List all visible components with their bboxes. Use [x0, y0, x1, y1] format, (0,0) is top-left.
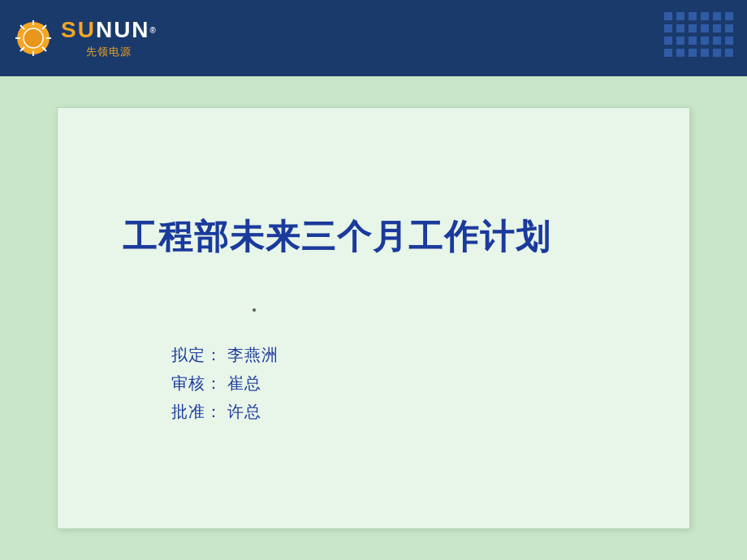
dot — [713, 24, 721, 32]
slide-card: 工程部未来三个月工作计划 拟定： 李燕洲 审核： 崔总 批准： 许总 — [57, 107, 690, 529]
header-decoration — [664, 12, 735, 58]
slide-dot-decoration — [253, 308, 256, 312]
dot — [676, 12, 684, 20]
dot — [676, 49, 684, 57]
header: SUNUN® 先领电源 — [0, 0, 747, 76]
author-line: 拟定： 李燕洲 — [171, 344, 624, 366]
dot — [725, 37, 733, 45]
dot — [713, 12, 721, 20]
dot — [725, 12, 733, 20]
dot — [701, 24, 709, 32]
logo-area: SUNUN® 先领电源 — [0, 9, 170, 67]
dot — [689, 37, 697, 45]
dot — [701, 37, 709, 45]
logo-sun-text: SU — [61, 17, 96, 43]
main-content: 工程部未来三个月工作计划 拟定： 李燕洲 审核： 崔总 批准： 许总 — [0, 76, 747, 560]
logo-registered: ® — [150, 26, 158, 35]
dot — [725, 24, 733, 32]
dot — [676, 24, 684, 32]
slide-info: 拟定： 李燕洲 审核： 崔总 批准： 许总 — [171, 344, 624, 423]
approver-name: 许总 — [227, 403, 261, 420]
author-label: 拟定： — [171, 346, 222, 364]
approver-line: 批准： 许总 — [171, 401, 624, 423]
approver-label: 批准： — [171, 403, 222, 420]
svg-point-1 — [24, 28, 43, 48]
dot — [701, 12, 709, 20]
dot — [664, 12, 672, 20]
logo-brand-name: SUNUN® — [61, 17, 158, 43]
dot — [713, 37, 721, 45]
logo-chinese-text: 先领电源 — [86, 45, 132, 59]
reviewer-name: 崔总 — [227, 374, 261, 392]
reviewer-label: 审核： — [171, 374, 222, 392]
dot — [689, 12, 697, 20]
dot — [664, 49, 672, 57]
author-name: 李燕洲 — [227, 346, 279, 364]
slide-title: 工程部未来三个月工作计划 — [123, 214, 624, 260]
dot — [725, 49, 733, 57]
logo-un-text: NUN — [96, 17, 150, 43]
logo-text-box: SUNUN® 先领电源 — [61, 17, 158, 59]
dot — [689, 24, 697, 32]
dot — [689, 49, 697, 57]
logo-icon — [12, 17, 54, 59]
reviewer-line: 审核： 崔总 — [171, 373, 624, 394]
dot — [676, 37, 684, 45]
dot — [664, 37, 672, 45]
dot — [664, 24, 672, 32]
dot — [713, 49, 721, 57]
dot — [701, 49, 709, 57]
